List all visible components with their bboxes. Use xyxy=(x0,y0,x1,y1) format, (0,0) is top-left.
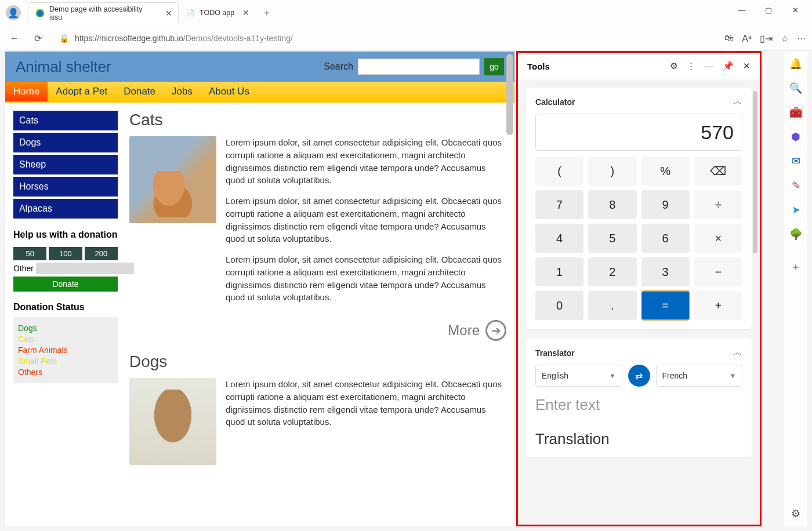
reader-icon[interactable]: ▯⇥ xyxy=(760,33,773,44)
calculator-title: Calculator xyxy=(535,97,575,107)
svg-point-1 xyxy=(38,10,43,16)
add-sidebar-icon[interactable]: ＋ xyxy=(789,260,803,274)
more-link[interactable]: More ➔ xyxy=(129,320,506,341)
donate-button[interactable]: Donate xyxy=(13,277,118,292)
nav-donate[interactable]: Donate xyxy=(115,82,164,101)
sidebar-item-horses[interactable]: Horses xyxy=(13,177,118,197)
calc-2[interactable]: 2 xyxy=(588,257,636,286)
chevron-up-icon[interactable]: ︿ xyxy=(733,96,742,108)
calc-minus[interactable]: − xyxy=(694,257,742,286)
calc-divide[interactable]: ÷ xyxy=(694,190,742,219)
page-scrollbar[interactable] xyxy=(506,54,513,135)
dog-image xyxy=(129,378,216,465)
more-vertical-icon[interactable]: ⋮ xyxy=(687,61,695,71)
calc-0[interactable]: 0 xyxy=(535,291,583,320)
close-icon[interactable]: ✕ xyxy=(165,9,172,18)
sidebar-item-cats[interactable]: Cats xyxy=(13,111,118,130)
back-button[interactable]: ← xyxy=(6,30,23,47)
search-input[interactable] xyxy=(358,59,480,75)
edit-icon[interactable]: ✎ xyxy=(789,179,803,192)
favorite-icon[interactable]: ☆ xyxy=(781,33,789,44)
close-window-button[interactable]: ✕ xyxy=(782,0,809,20)
status-cats[interactable]: Cats xyxy=(18,334,113,344)
calc-8[interactable]: 8 xyxy=(588,190,636,219)
status-small-pets[interactable]: Small Pets xyxy=(18,357,113,366)
nav-about[interactable]: About Us xyxy=(201,82,258,101)
maximize-button[interactable]: ▢ xyxy=(755,0,782,20)
calc-1[interactable]: 1 xyxy=(535,257,583,286)
cats-para-2: Lorem ipsum dolor, sit amet consectetur … xyxy=(226,195,506,245)
nav-home[interactable]: Home xyxy=(5,82,48,101)
web-page: Animal shelter Search go Home Adopt a Pe… xyxy=(5,51,515,526)
read-aloud-icon[interactable]: Aᵃ xyxy=(742,33,752,44)
chevron-down-icon: ▼ xyxy=(730,372,736,379)
window-controls: — ▢ ✕ xyxy=(728,0,809,20)
calc-equals[interactable]: = xyxy=(641,291,690,320)
sidebar: Cats Dogs Sheep Horses Alpacas Help us w… xyxy=(13,111,118,526)
calc-3[interactable]: 3 xyxy=(641,257,690,286)
outlook-icon[interactable]: ✉ xyxy=(789,154,803,168)
translator-output-label: Translation xyxy=(535,430,742,448)
send-icon[interactable]: ➤ xyxy=(789,203,803,217)
nav-jobs[interactable]: Jobs xyxy=(164,82,201,101)
gear-icon[interactable]: ⚙ xyxy=(789,507,803,521)
settings-sliders-icon[interactable]: ⚙ xyxy=(670,61,677,71)
cat-image xyxy=(129,136,216,223)
translator-input[interactable]: Enter text xyxy=(535,396,742,414)
other-amount-input[interactable] xyxy=(36,263,134,274)
more-icon[interactable]: ⋯ xyxy=(797,33,806,44)
sidebar-item-dogs[interactable]: Dogs xyxy=(13,133,118,152)
tree-icon[interactable]: 🌳 xyxy=(789,227,803,241)
calc-6[interactable]: 6 xyxy=(641,224,690,253)
profile-avatar[interactable]: 👤 xyxy=(6,5,21,20)
calc-lparen[interactable]: ( xyxy=(535,157,583,186)
calc-multiply[interactable]: × xyxy=(694,224,742,253)
status-farm[interactable]: Farm Animals xyxy=(18,345,113,355)
calc-plus[interactable]: + xyxy=(694,291,742,320)
shopping-icon[interactable]: 🛍 xyxy=(724,33,734,43)
tools-scrollbar[interactable] xyxy=(753,91,757,253)
nav-adopt[interactable]: Adopt a Pet xyxy=(48,82,115,101)
calc-dot[interactable]: . xyxy=(588,291,636,320)
calc-percent[interactable]: % xyxy=(641,157,690,186)
from-language-select[interactable]: English ▼ xyxy=(535,365,622,387)
search-label: Search xyxy=(324,61,353,72)
pin-icon[interactable]: 📌 xyxy=(723,61,734,71)
calculator-display: 570 xyxy=(535,114,742,151)
microsoft365-icon[interactable]: ⬢ xyxy=(789,130,803,144)
close-icon[interactable]: ✕ xyxy=(242,8,249,17)
lock-icon: 🔒 xyxy=(59,34,69,43)
calc-rparen[interactable]: ) xyxy=(588,157,636,186)
donate-50[interactable]: 50 xyxy=(13,247,46,260)
main-nav: Home Adopt a Pet Donate Jobs About Us xyxy=(5,82,514,103)
calc-9[interactable]: 9 xyxy=(641,190,690,219)
calc-5[interactable]: 5 xyxy=(588,224,636,253)
search-sparkle-icon[interactable]: 🔍 xyxy=(789,81,803,95)
refresh-button[interactable]: ⟳ xyxy=(29,30,46,47)
close-icon[interactable]: ✕ xyxy=(743,61,751,71)
go-button[interactable]: go xyxy=(484,58,504,75)
swap-languages-button[interactable]: ⇄ xyxy=(628,365,650,387)
bell-icon[interactable]: 🔔 xyxy=(789,57,803,71)
donate-200[interactable]: 200 xyxy=(85,247,118,260)
tab-todo-app[interactable]: 📄 TODO app ✕ xyxy=(179,2,255,23)
calc-7[interactable]: 7 xyxy=(535,190,583,219)
tab-demo-page[interactable]: Demo page with accessibility issu ✕ xyxy=(28,2,179,23)
chevron-up-icon[interactable]: ︿ xyxy=(733,347,742,359)
to-language-select[interactable]: French ▼ xyxy=(656,365,743,387)
new-tab-button[interactable]: ＋ xyxy=(259,5,275,21)
status-dogs[interactable]: Dogs xyxy=(18,323,113,333)
minimize-button[interactable]: — xyxy=(728,0,755,20)
calc-backspace[interactable]: ⌫ xyxy=(694,157,742,186)
calc-4[interactable]: 4 xyxy=(535,224,583,253)
sidebar-item-alpacas[interactable]: Alpacas xyxy=(13,199,118,219)
url-input[interactable]: 🔒 https://microsoftedge.github.io/Demos/… xyxy=(52,29,719,48)
sidebar-item-sheep[interactable]: Sheep xyxy=(13,155,118,174)
address-bar: ← ⟳ 🔒 https://microsoftedge.github.io/De… xyxy=(0,26,812,51)
donate-100[interactable]: 100 xyxy=(49,247,82,260)
status-others[interactable]: Others xyxy=(18,368,113,377)
calculator-keypad: ( ) % ⌫ 7 8 9 ÷ 4 5 6 × 1 2 3 − 0 xyxy=(535,157,742,320)
minimize-icon[interactable]: — xyxy=(705,61,713,71)
toolbox-icon[interactable]: 🧰 xyxy=(789,106,803,119)
edge-icon xyxy=(35,9,45,18)
